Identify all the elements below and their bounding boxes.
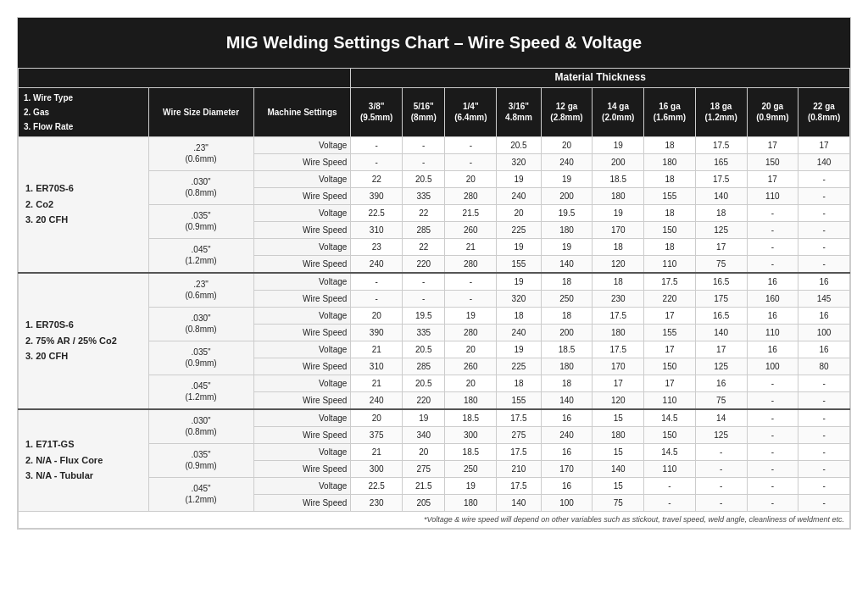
data-cell: -: [798, 255, 850, 273]
data-cell: 110: [747, 324, 798, 341]
wire-size-cell: .030"(0.8mm): [148, 170, 253, 204]
data-cell: 285: [403, 221, 445, 238]
data-cell: 220: [644, 290, 696, 307]
data-cell: 20.5: [403, 375, 445, 391]
data-cell: 260: [445, 221, 497, 238]
data-cell: 16: [747, 341, 798, 358]
data-cell: 140: [541, 255, 593, 273]
wire-size-cell: .23"(0.6mm): [148, 136, 253, 170]
data-cell: 16: [798, 341, 850, 358]
data-cell: 275: [497, 426, 542, 443]
data-cell: 22: [351, 170, 403, 187]
wire-size-header: Wire Size Diameter: [148, 87, 253, 136]
machine-type-cell: Voltage: [253, 136, 351, 153]
data-cell: 21: [351, 375, 403, 391]
data-cell: 19: [403, 409, 445, 427]
data-cell: -: [351, 136, 403, 153]
data-cell: 140: [593, 460, 644, 477]
data-cell: 17.5: [497, 409, 542, 427]
data-cell: 16: [541, 477, 593, 494]
data-cell: 150: [644, 358, 696, 375]
data-cell: 100: [541, 494, 593, 511]
data-cell: 18: [644, 170, 696, 187]
data-cell: 390: [351, 187, 403, 204]
data-cell: 390: [351, 324, 403, 341]
data-cell: -: [445, 290, 497, 307]
table-row: 1. E71T-GS2. N/A - Flux Core3. N/A - Tub…: [19, 409, 850, 427]
machine-settings-header: Machine Settings: [253, 87, 351, 136]
machine-type-cell: Voltage: [253, 375, 351, 391]
data-cell: 340: [403, 426, 445, 443]
data-cell: -: [747, 391, 798, 409]
data-cell: -: [798, 494, 850, 511]
data-cell: 18: [644, 136, 696, 153]
data-cell: -: [403, 153, 445, 170]
machine-type-cell: Wire Speed: [253, 391, 351, 409]
data-cell: 18: [497, 307, 542, 324]
data-cell: -: [798, 443, 850, 460]
data-cell: -: [798, 460, 850, 477]
data-cell: 19: [593, 204, 644, 221]
data-cell: -: [351, 273, 403, 291]
data-cell: -: [798, 204, 850, 221]
data-cell: 20: [351, 307, 403, 324]
data-cell: 20.5: [497, 136, 542, 153]
data-cell: -: [798, 238, 850, 255]
data-cell: 16.5: [695, 307, 747, 324]
data-cell: 17: [644, 307, 696, 324]
data-cell: 18: [497, 375, 542, 391]
wire-type-header: 1. Wire Type2. Gas3. Flow Rate: [19, 87, 149, 136]
data-cell: -: [695, 460, 747, 477]
data-cell: 120: [593, 255, 644, 273]
data-cell: 21: [351, 443, 403, 460]
data-cell: 15: [593, 409, 644, 427]
data-cell: 110: [644, 255, 696, 273]
machine-type-cell: Wire Speed: [253, 221, 351, 238]
data-cell: 22.5: [351, 477, 403, 494]
page-wrapper: MIG Welding Settings Chart – Wire Speed …: [17, 17, 851, 530]
data-cell: -: [351, 290, 403, 307]
th-5-16: 5/16"(8mm): [403, 87, 445, 136]
data-cell: 20: [445, 375, 497, 391]
data-cell: -: [644, 477, 696, 494]
data-cell: -: [798, 426, 850, 443]
col-label-left: [19, 69, 351, 88]
data-cell: -: [747, 204, 798, 221]
data-cell: 275: [403, 460, 445, 477]
data-cell: 300: [351, 460, 403, 477]
data-cell: 110: [747, 187, 798, 204]
data-cell: 17: [644, 341, 696, 358]
data-cell: 19: [593, 136, 644, 153]
data-cell: 17: [747, 170, 798, 187]
data-cell: 14.5: [644, 409, 696, 427]
wire-size-cell: .030"(0.8mm): [148, 409, 253, 444]
data-cell: 22: [403, 204, 445, 221]
data-cell: 230: [351, 494, 403, 511]
data-cell: 220: [403, 255, 445, 273]
data-cell: 100: [798, 324, 850, 341]
data-cell: 250: [541, 290, 593, 307]
data-cell: 18: [541, 375, 593, 391]
data-cell: 310: [351, 221, 403, 238]
data-cell: 18.5: [445, 409, 497, 427]
data-cell: -: [747, 494, 798, 511]
data-cell: -: [798, 170, 850, 187]
data-cell: 280: [445, 324, 497, 341]
data-cell: 285: [403, 358, 445, 375]
data-cell: 19: [497, 238, 542, 255]
machine-type-cell: Wire Speed: [253, 358, 351, 375]
data-cell: 140: [497, 494, 542, 511]
data-cell: 18.5: [541, 341, 593, 358]
wire-info-cell: 1. ER70S-62. Co23. 20 CFH: [19, 136, 149, 273]
data-cell: -: [747, 477, 798, 494]
data-cell: 335: [403, 187, 445, 204]
data-cell: 17.5: [497, 443, 542, 460]
data-cell: -: [747, 375, 798, 391]
data-cell: 14.5: [644, 443, 696, 460]
machine-type-cell: Voltage: [253, 307, 351, 324]
data-cell: 19.5: [403, 307, 445, 324]
data-cell: 20: [445, 170, 497, 187]
data-cell: 230: [593, 290, 644, 307]
data-cell: 125: [695, 221, 747, 238]
machine-type-cell: Wire Speed: [253, 460, 351, 477]
